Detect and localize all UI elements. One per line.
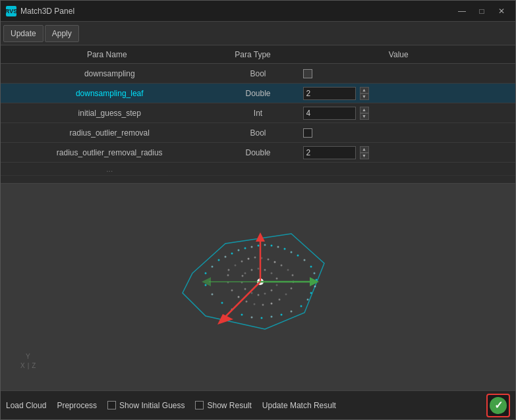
svg-point-70	[241, 275, 243, 277]
show-initial-guess-checkbox[interactable]	[107, 401, 116, 409]
svg-point-68	[244, 288, 246, 290]
toolbar: Update Apply	[1, 22, 515, 45]
svg-point-7	[244, 248, 246, 249]
param-type: Bool	[219, 128, 298, 138]
svg-point-40	[267, 259, 269, 261]
spinner-down[interactable]: ▼	[360, 153, 369, 159]
confirm-button[interactable]: ✓	[486, 394, 510, 417]
param-name: radius_outlier_removal_radius	[1, 148, 219, 157]
int-input[interactable]	[303, 107, 356, 120]
svg-marker-73	[256, 232, 265, 242]
header-value: Value	[293, 50, 505, 59]
svg-point-15	[297, 255, 299, 257]
viewport-canvas: Y X | Z	[1, 184, 515, 390]
show-initial-guess-group[interactable]: Show Initial Guess	[107, 401, 185, 410]
spinner-up[interactable]: ▲	[360, 107, 369, 113]
param-name: downsampling	[1, 69, 219, 78]
table-row[interactable]: downsampling_leaf Double ▲ ▼	[1, 84, 515, 103]
svg-point-24	[290, 311, 292, 313]
double-input[interactable]	[303, 146, 356, 159]
table-row: radius_outlier_removal Bool	[1, 123, 515, 143]
svg-point-26	[270, 316, 272, 318]
svg-marker-75	[310, 277, 319, 286]
table-row-partial: ...	[1, 163, 515, 176]
svg-point-23	[300, 305, 302, 307]
point-cloud	[173, 207, 344, 352]
svg-point-61	[270, 273, 272, 275]
double-input[interactable]	[303, 87, 356, 100]
svg-point-5	[231, 253, 233, 255]
apply-button[interactable]: Apply	[45, 25, 79, 42]
svg-point-44	[291, 275, 293, 276]
close-button[interactable]: ✕	[493, 5, 510, 18]
svg-point-50	[262, 304, 264, 306]
show-result-group[interactable]: Show Result	[195, 401, 251, 410]
spinner-up[interactable]: ▲	[360, 146, 369, 153]
title-bar: RVS Match3D Panel — □ ✕	[1, 1, 515, 22]
svg-point-34	[227, 269, 229, 271]
show-result-checkbox[interactable]	[195, 401, 204, 409]
svg-point-66	[257, 294, 259, 296]
table-row: radius_outlier_removal_radius Double ▲ ▼	[1, 143, 515, 163]
svg-point-48	[278, 299, 280, 301]
spinner-down[interactable]: ▼	[360, 93, 369, 100]
x-axis-label: X	[20, 361, 25, 371]
svg-point-60	[264, 269, 266, 271]
viewport-3d[interactable]: Y X | Z	[1, 184, 515, 390]
app-icon: RVS	[6, 6, 16, 16]
svg-point-36	[241, 261, 243, 263]
svg-point-4	[224, 256, 226, 258]
spinner: ▲ ▼	[360, 87, 369, 100]
header-para-type: Para Type	[214, 50, 293, 59]
param-type: Bool	[219, 69, 298, 78]
svg-point-56	[227, 275, 229, 276]
title-bar-left: RVS Match3D Panel	[6, 6, 74, 16]
svg-point-58	[250, 269, 252, 271]
svg-point-28	[250, 317, 252, 319]
svg-point-9	[257, 245, 259, 247]
svg-point-8	[250, 246, 252, 248]
minimize-button[interactable]: —	[453, 5, 471, 18]
svg-point-43	[287, 269, 289, 271]
svg-point-59	[257, 268, 259, 270]
bool-checkbox[interactable]	[303, 69, 312, 78]
svg-point-22	[306, 299, 308, 301]
spinner-down[interactable]: ▼	[360, 113, 369, 120]
update-button[interactable]: Update	[3, 25, 43, 42]
svg-point-27	[260, 317, 262, 319]
show-initial-guess-label: Show Initial Guess	[119, 401, 185, 410]
load-cloud-button[interactable]: Load Cloud	[6, 400, 46, 411]
svg-line-76	[224, 282, 260, 318]
param-name: downsampling_leaf	[1, 89, 219, 98]
svg-point-6	[237, 249, 239, 251]
svg-point-29	[241, 314, 243, 316]
spinner: ▲ ▼	[360, 146, 369, 159]
svg-point-1	[204, 273, 206, 275]
svg-point-41	[273, 261, 275, 263]
preprocess-button[interactable]: Preprocess	[57, 400, 97, 411]
svg-point-33	[204, 284, 206, 286]
y-axis-label: Y	[26, 352, 30, 361]
svg-point-52	[245, 301, 247, 303]
param-value: ▲ ▼	[298, 146, 516, 159]
update-match-result-button[interactable]: Update Match Result	[262, 400, 336, 411]
show-result-label: Show Result	[207, 401, 251, 410]
svg-point-14	[290, 251, 292, 253]
spinner: ▲ ▼	[360, 107, 369, 120]
svg-point-65	[264, 293, 266, 295]
svg-point-25	[280, 314, 282, 316]
svg-point-57	[244, 273, 246, 275]
spinner-up[interactable]: ▲	[360, 87, 369, 93]
svg-point-37	[247, 258, 249, 260]
param-name: radius_outlier_removal	[1, 128, 219, 138]
window-controls: — □ ✕	[453, 5, 510, 18]
svg-point-51	[253, 303, 255, 305]
params-panel: Para Name Para Type Value downsampling B…	[1, 45, 515, 184]
param-value: ▲ ▼	[298, 87, 516, 100]
bool-checkbox[interactable]	[303, 128, 312, 138]
svg-point-63	[275, 284, 277, 286]
svg-point-17	[310, 266, 312, 268]
param-value	[298, 69, 516, 78]
maximize-button[interactable]: □	[473, 5, 490, 18]
svg-point-38	[254, 257, 256, 259]
